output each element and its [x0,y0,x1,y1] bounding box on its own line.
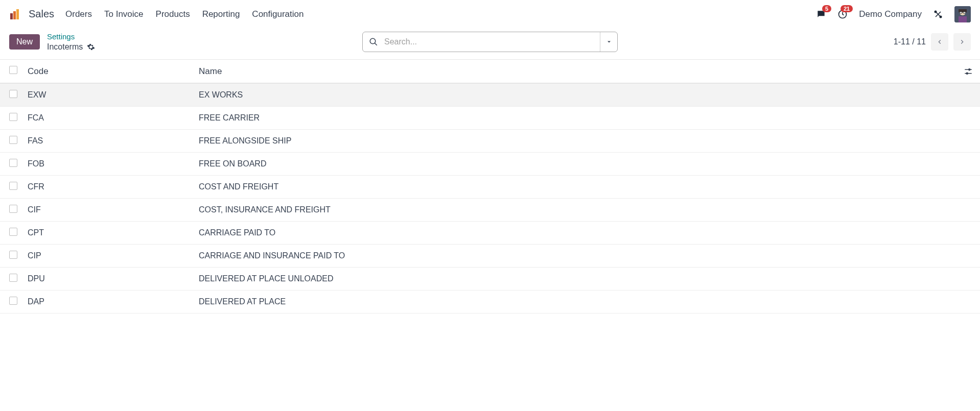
cell-code: CPT [28,228,199,237]
svg-rect-0 [10,13,13,19]
pager: 1-11 / 11 [894,33,971,51]
cell-name: FREE ON BOARD [199,159,971,168]
nav-configuration[interactable]: Configuration [252,9,304,19]
row-checkbox[interactable] [9,136,17,144]
pager-next-button[interactable] [953,33,971,51]
cell-name: CARRIAGE PAID TO [199,228,971,237]
table-row[interactable]: CFRCOST AND FREIGHT [0,176,980,199]
cell-name: DELIVERED AT PLACE UNLOADED [199,274,971,283]
row-checkbox[interactable] [9,228,17,236]
cell-code: FAS [28,136,199,146]
table-row[interactable]: FCAFREE CARRIER [0,107,980,130]
incoterms-table: Code Name EXWEX WORKSFCAFREE CARRIERFASF… [0,59,980,313]
search-options-toggle[interactable] [600,32,617,52]
svg-point-15 [969,69,970,70]
svg-point-6 [940,16,941,17]
nav-orders[interactable]: Orders [65,9,92,19]
avatar-icon [954,6,971,22]
cell-name: EX WORKS [199,90,971,100]
cell-code: DAP [28,297,199,306]
svg-rect-11 [963,12,966,13]
nav-products[interactable]: Products [156,9,190,19]
cell-name: COST AND FREIGHT [199,182,971,191]
table-row[interactable]: CIPCARRIAGE AND INSURANCE PAID TO [0,245,980,268]
cell-code: FCA [28,113,199,123]
header-name[interactable]: Name [199,66,971,77]
table-header: Code Name [0,60,980,84]
cell-code: CIF [28,205,199,214]
control-row: New Settings Incoterms 1-11 / 11 [0,29,980,59]
header-code[interactable]: Code [28,66,199,77]
row-checkbox[interactable] [9,90,17,98]
row-checkbox[interactable] [9,205,17,213]
svg-rect-12 [959,16,967,22]
table-row[interactable]: EXWEX WORKS [0,84,980,107]
row-checkbox[interactable] [9,113,17,121]
tools-button[interactable] [933,9,943,19]
cell-name: COST, INSURANCE AND FREIGHT [199,205,971,214]
breadcrumb-current-label: Incoterms [47,42,83,53]
table-body: EXWEX WORKSFCAFREE CARRIERFASFREE ALONGS… [0,84,980,313]
cell-code: EXW [28,90,199,100]
cell-code: FOB [28,159,199,168]
cell-name: FREE CARRIER [199,113,971,123]
main-nav: Orders To Invoice Products Reporting Con… [65,9,816,19]
cell-code: DPU [28,274,199,283]
tools-icon [933,9,943,19]
chevron-right-icon [959,38,966,45]
topbar: Sales Orders To Invoice Products Reporti… [0,0,980,29]
table-row[interactable]: CIFCOST, INSURANCE AND FREIGHT [0,199,980,222]
breadcrumb: Settings Incoterms [47,32,95,52]
sliders-icon [964,67,973,76]
svg-point-5 [935,11,936,12]
svg-point-17 [966,72,968,74]
nav-reporting[interactable]: Reporting [202,9,240,19]
caret-down-icon [606,39,612,45]
app-logo[interactable] [9,8,21,20]
cell-code: CIP [28,251,199,260]
table-row[interactable]: FOBFREE ON BOARD [0,153,980,176]
search-icon [363,37,384,46]
table-row[interactable]: DPUDELIVERED AT PLACE UNLOADED [0,268,980,291]
activities-badge: 21 [841,5,853,12]
search-input[interactable] [384,32,600,52]
user-avatar[interactable] [954,6,971,22]
new-button[interactable]: New [9,34,40,50]
company-selector[interactable]: Demo Company [859,9,922,19]
row-checkbox[interactable] [9,297,17,305]
gear-icon[interactable] [87,43,95,51]
topbar-right: 5 21 Demo Company [816,6,971,22]
table-row[interactable]: FASFREE ALONGSIDE SHIP [0,130,980,153]
cell-name: CARRIAGE AND INSURANCE PAID TO [199,251,971,260]
search-container [362,32,618,52]
cell-name: DELIVERED AT PLACE [199,297,971,306]
table-row[interactable]: DAPDELIVERED AT PLACE [0,291,980,313]
cell-name: FREE ALONGSIDE SHIP [199,136,971,146]
svg-point-13 [370,38,376,44]
messages-button[interactable]: 5 [816,9,826,19]
svg-rect-10 [960,12,962,13]
messages-badge: 5 [822,5,831,12]
pager-prev-button[interactable] [931,33,948,51]
columns-options-button[interactable] [964,67,973,76]
app-title[interactable]: Sales [29,8,54,20]
row-checkbox[interactable] [9,251,17,259]
row-checkbox[interactable] [9,274,17,282]
pager-text[interactable]: 1-11 / 11 [894,37,926,46]
svg-rect-2 [16,9,19,19]
table-row[interactable]: CPTCARRIAGE PAID TO [0,222,980,245]
row-checkbox[interactable] [9,182,17,190]
nav-to-invoice[interactable]: To Invoice [104,9,144,19]
svg-rect-1 [13,11,16,19]
row-checkbox[interactable] [9,159,17,167]
breadcrumb-current: Incoterms [47,42,95,53]
breadcrumb-parent[interactable]: Settings [47,32,95,42]
select-all-checkbox[interactable] [9,66,17,74]
cell-code: CFR [28,182,199,191]
chevron-left-icon [936,38,943,45]
activities-button[interactable]: 21 [837,9,848,19]
